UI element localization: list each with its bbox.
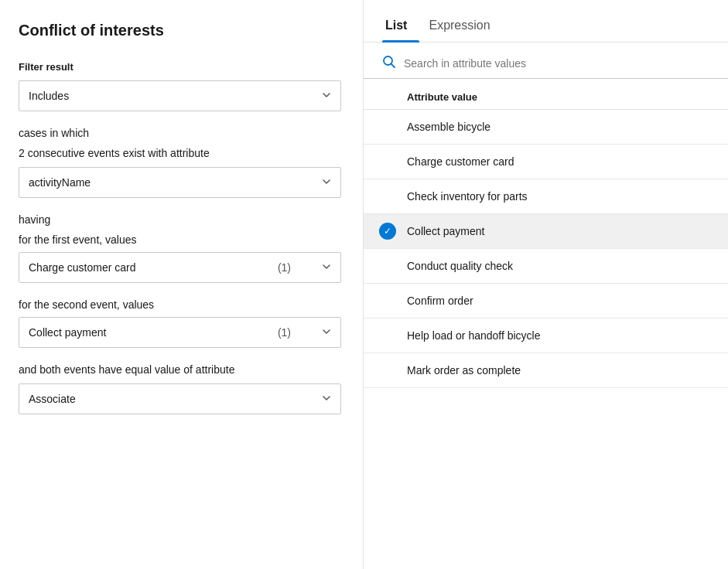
check-icon: ✓ — [379, 223, 396, 240]
attribute-dropdown[interactable]: activityName — [19, 167, 341, 198]
includes-value: Includes — [29, 90, 69, 102]
attribute-item-label: Conduct quality check — [407, 260, 513, 272]
list-item[interactable]: Mark order as complete — [364, 353, 728, 388]
list-item[interactable]: Charge customer card — [364, 145, 728, 179]
includes-dropdown[interactable]: Includes — [19, 80, 341, 111]
cases-in-which-text: cases in which — [19, 127, 341, 139]
attribute-item-label: Mark order as complete — [407, 364, 521, 376]
attribute-header: Attribute value — [364, 85, 728, 110]
associate-dropdown[interactable]: Associate — [19, 383, 341, 414]
list-item[interactable]: Check inventory for parts — [364, 179, 728, 214]
first-event-label: for the first event, values — [19, 233, 341, 246]
chevron-down-icon — [322, 176, 331, 189]
right-panel: List Expression Attribute value Assemble… — [364, 0, 728, 569]
search-container — [364, 55, 728, 79]
first-event-dropdown[interactable]: Charge customer card (1) — [19, 252, 341, 283]
tab-expression[interactable]: Expression — [426, 12, 502, 42]
first-event-select-wrapper: Charge customer card (1) — [19, 252, 341, 283]
associate-value: Associate — [29, 393, 76, 405]
attribute-item-label: Check inventory for parts — [407, 190, 528, 203]
attribute-value: activityName — [29, 176, 91, 189]
list-item[interactable]: Confirm order — [364, 284, 728, 319]
page-title: Conflict of interests — [19, 22, 341, 39]
svg-line-1 — [391, 64, 395, 68]
first-event-value: Charge customer card — [29, 261, 136, 274]
consecutive-events-text: 2 consecutive events exist with attribut… — [19, 147, 341, 159]
attribute-item-label: Charge customer card — [407, 155, 514, 168]
second-event-select-wrapper: Collect payment (1) — [19, 317, 341, 348]
attribute-item-label: Help load or handoff bicycle — [407, 329, 541, 342]
search-input[interactable] — [404, 57, 709, 70]
second-event-label: for the second event, values — [19, 298, 341, 311]
attribute-item-label: Confirm order — [407, 295, 473, 307]
second-event-dropdown[interactable]: Collect payment (1) — [19, 317, 341, 348]
search-icon — [382, 55, 396, 72]
equal-value-text: and both events have equal value of attr… — [19, 363, 341, 376]
tab-list[interactable]: List — [382, 12, 419, 42]
second-event-count: (1) — [278, 326, 291, 339]
list-item[interactable]: Conduct quality check — [364, 249, 728, 284]
second-event-value: Collect payment — [29, 326, 106, 339]
attribute-select-wrapper: activityName — [19, 167, 341, 198]
associate-select-wrapper: Associate — [19, 383, 341, 414]
first-event-count: (1) — [278, 261, 291, 274]
chevron-down-icon — [322, 326, 331, 339]
filter-result-group: Filter result Includes — [19, 61, 341, 111]
list-item[interactable]: ✓Collect payment — [364, 214, 728, 249]
left-panel: Conflict of interests Filter result Incl… — [0, 0, 364, 569]
attribute-item-label: Collect payment — [407, 225, 484, 237]
chevron-down-icon — [322, 393, 331, 405]
tabs-row: List Expression — [364, 12, 728, 43]
chevron-down-icon — [322, 90, 331, 102]
list-item[interactable]: Help load or handoff bicycle — [364, 319, 728, 353]
attribute-item-label: Assemble bicycle — [407, 121, 490, 133]
having-text: having — [19, 213, 341, 226]
list-item[interactable]: Assemble bicycle — [364, 110, 728, 145]
attribute-list: Assemble bicycleCharge customer cardChec… — [364, 110, 728, 569]
first-event-group: for the first event, values Charge custo… — [19, 233, 341, 283]
includes-select-wrapper: Includes — [19, 80, 341, 111]
chevron-down-icon — [322, 261, 331, 274]
second-event-group: for the second event, values Collect pay… — [19, 298, 341, 348]
filter-result-label: Filter result — [19, 61, 341, 73]
